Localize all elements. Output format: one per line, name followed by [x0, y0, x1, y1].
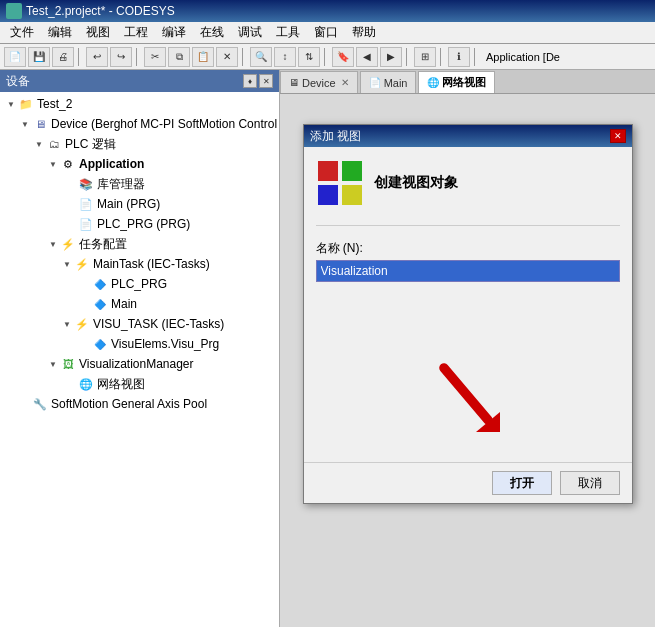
tree-label: Main (PRG) [97, 197, 160, 211]
tab-network-label: 网络视图 [442, 75, 486, 90]
tb-x1[interactable]: ↕ [274, 47, 296, 67]
dialog-spacer [316, 292, 620, 340]
tb-zoom[interactable]: ⊞ [414, 47, 436, 67]
tb-print[interactable]: 🖨 [52, 47, 74, 67]
tb-sep4 [324, 48, 328, 66]
softmotion-icon: 🔧 [32, 396, 48, 412]
tree-node-plc-prg2[interactable]: ▶ 🔷 PLC_PRG [2, 274, 277, 294]
panel-title: 设备 [6, 73, 30, 90]
tab-device-close[interactable]: ✕ [341, 77, 349, 88]
tb-redo[interactable]: ↪ [110, 47, 132, 67]
tree-node-application[interactable]: ▼ ⚙ Application [2, 154, 277, 174]
menu-window[interactable]: 窗口 [308, 22, 344, 43]
tb-cut[interactable]: ✂ [144, 47, 166, 67]
menu-help[interactable]: 帮助 [346, 22, 382, 43]
lib-icon: 📚 [78, 176, 94, 192]
tb-sep7 [474, 48, 478, 66]
tree-node-softmotion[interactable]: ▶ 🔧 SoftMotion General Axis Pool [2, 394, 277, 414]
prg-icon: 📄 [78, 196, 94, 212]
name-input[interactable] [316, 260, 620, 282]
open-button[interactable]: 打开 [492, 471, 552, 495]
tree-node-plc-logic[interactable]: ▼ 🗂 PLC 逻辑 [2, 134, 277, 154]
tree-node-lib-manager[interactable]: ▶ 📚 库管理器 [2, 174, 277, 194]
tb-delete[interactable]: ✕ [216, 47, 238, 67]
tree-label: VisuElems.Visu_Prg [111, 337, 219, 351]
cancel-button[interactable]: 取消 [560, 471, 620, 495]
expand-icon: ▼ [46, 357, 60, 371]
tab-device[interactable]: 🖥 Device ✕ [280, 71, 358, 93]
tree-label: VISU_TASK (IEC-Tasks) [93, 317, 224, 331]
tree-label: VisualizationManager [79, 357, 194, 371]
menu-debug[interactable]: 调试 [232, 22, 268, 43]
toolbar-label: Application [De [486, 51, 560, 63]
visu-mgr-icon: 🖼 [60, 356, 76, 372]
tree-node-main2[interactable]: ▶ 🔷 Main [2, 294, 277, 314]
network-view-icon: 🌐 [78, 376, 94, 392]
tree-label: Main [111, 297, 137, 311]
tab-network-view[interactable]: 🌐 网络视图 [418, 71, 495, 93]
tb-sep6 [440, 48, 444, 66]
svg-rect-2 [318, 185, 338, 205]
visu-task-icon: ⚡ [74, 316, 90, 332]
tree-label: Device (Berghof MC-PI SoftMotion Control… [51, 117, 279, 131]
expand-icon: ▼ [60, 257, 74, 271]
tree-node-visu-elems[interactable]: ▶ 🔷 VisuElems.Visu_Prg [2, 334, 277, 354]
tb-undo[interactable]: ↩ [86, 47, 108, 67]
tree-node-task-config[interactable]: ▼ ⚡ 任务配置 [2, 234, 277, 254]
expand-icon: ▼ [60, 317, 74, 331]
svg-rect-3 [342, 185, 362, 205]
tb-new[interactable]: 📄 [4, 47, 26, 67]
main-area: 设备 ♦ ✕ ▼ 📁 Test_2 ▼ 🖥 Device (Berghof MC… [0, 70, 655, 627]
tb-paste[interactable]: 📋 [192, 47, 214, 67]
tree-node-plc-prg[interactable]: ▶ 📄 PLC_PRG (PRG) [2, 214, 277, 234]
tab-main[interactable]: 📄 Main [360, 71, 417, 93]
tree-node-visu-task[interactable]: ▼ ⚡ VISU_TASK (IEC-Tasks) [2, 314, 277, 334]
title-bar: Test_2.project* - CODESYS [0, 0, 655, 22]
menu-file[interactable]: 文件 [4, 22, 40, 43]
tree-label: 网络视图 [97, 376, 145, 393]
expand-icon: ▼ [46, 237, 60, 251]
tb-sep2 [136, 48, 140, 66]
tab-content: 添加 视图 ✕ [280, 94, 655, 627]
tb-nav1[interactable]: ◀ [356, 47, 378, 67]
svg-line-4 [444, 368, 488, 420]
dialog-divider [316, 225, 620, 226]
menu-tools[interactable]: 工具 [270, 22, 306, 43]
svg-rect-0 [318, 161, 338, 181]
tab-device-label: Device [302, 77, 336, 89]
tb-x2[interactable]: ⇅ [298, 47, 320, 67]
folder-icon: 📁 [18, 96, 34, 112]
tree-node-visu-manager[interactable]: ▼ 🖼 VisualizationManager [2, 354, 277, 374]
menu-edit[interactable]: 编辑 [42, 22, 78, 43]
tb-save[interactable]: 💾 [28, 47, 50, 67]
task-folder-icon: ⚡ [60, 236, 76, 252]
app-icon [6, 3, 22, 19]
pin-button[interactable]: ♦ [243, 74, 257, 88]
expand-icon: ▼ [18, 117, 32, 131]
tree-node-device[interactable]: ▼ 🖥 Device (Berghof MC-PI SoftMotion Con… [2, 114, 277, 134]
tb-sep5 [406, 48, 410, 66]
tb-info[interactable]: ℹ [448, 47, 470, 67]
tree-node-test2[interactable]: ▼ 📁 Test_2 [2, 94, 277, 114]
arrow-indicator [428, 360, 508, 440]
menu-project[interactable]: 工程 [118, 22, 154, 43]
tb-nav2[interactable]: ▶ [380, 47, 402, 67]
menu-online[interactable]: 在线 [194, 22, 230, 43]
task-icon: ⚡ [74, 256, 90, 272]
tb-bookmark[interactable]: 🔖 [332, 47, 354, 67]
tree-node-main-task[interactable]: ▼ ⚡ MainTask (IEC-Tasks) [2, 254, 277, 274]
menu-build[interactable]: 编译 [156, 22, 192, 43]
tb-find[interactable]: 🔍 [250, 47, 272, 67]
menu-view[interactable]: 视图 [80, 22, 116, 43]
dialog-close-button[interactable]: ✕ [610, 129, 626, 143]
network-view-tab-icon: 🌐 [427, 77, 439, 88]
panel-close-button[interactable]: ✕ [259, 74, 273, 88]
expand-icon: ▼ [32, 137, 46, 151]
tree-node-main-prg[interactable]: ▶ 📄 Main (PRG) [2, 194, 277, 214]
device-icon: 🖥 [32, 116, 48, 132]
menu-bar: 文件 编辑 视图 工程 编译 在线 调试 工具 窗口 帮助 [0, 22, 655, 44]
plc-icon: 🗂 [46, 136, 62, 152]
tree-node-network-view[interactable]: ▶ 🌐 网络视图 [2, 374, 277, 394]
window-title: Test_2.project* - CODESYS [26, 4, 175, 18]
tb-copy[interactable]: ⧉ [168, 47, 190, 67]
